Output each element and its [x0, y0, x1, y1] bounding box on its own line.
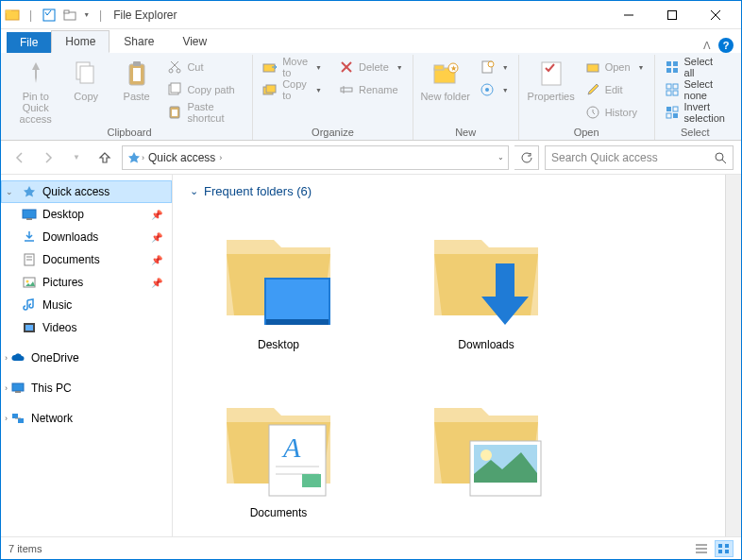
svg-rect-95	[725, 550, 729, 553]
sidebar-item-videos[interactable]: Videos	[1, 316, 172, 339]
search-input[interactable]: Search Quick access	[545, 145, 734, 170]
folder-tile-documents[interactable]: A Documents	[203, 380, 354, 519]
sidebar-item-downloads[interactable]: Downloads📌	[1, 226, 172, 248]
svg-rect-38	[587, 64, 599, 72]
easy-access-button[interactable]: ▼	[476, 79, 513, 100]
file-tab[interactable]: File	[7, 32, 51, 53]
svg-rect-19	[171, 83, 180, 93]
rename-button[interactable]: Rename	[335, 79, 407, 100]
svg-rect-43	[673, 68, 678, 73]
cut-button[interactable]: Cut	[163, 57, 246, 77]
copy-button[interactable]: Copy	[62, 55, 109, 102]
copy-path-button[interactable]: Copy path	[163, 79, 246, 100]
qat-dropdown-icon[interactable]: ▼	[83, 11, 90, 18]
svg-text:A: A	[281, 432, 301, 463]
new-folder-button[interactable]: ★ New folder	[419, 55, 472, 102]
svg-rect-45	[673, 84, 678, 89]
chevron-down-icon: ▼	[502, 64, 509, 71]
chevron-down-icon: ▼	[315, 87, 322, 93]
open-button[interactable]: Open▼	[582, 57, 649, 77]
icons-view-button[interactable]	[715, 540, 734, 557]
pin-icon: 📌	[151, 255, 162, 265]
minimize-button[interactable]	[607, 1, 650, 29]
sidebar-item-this-pc[interactable]: ›This PC	[1, 377, 172, 399]
svg-rect-62	[25, 325, 33, 331]
quick-access-toolbar: | ▼ |	[5, 8, 106, 23]
qat-newfolder-icon[interactable]	[62, 8, 77, 23]
address-bar[interactable]: › Quick access › ⌄	[122, 145, 509, 170]
folder-tile-pictures[interactable]	[411, 380, 562, 519]
maximize-button[interactable]	[650, 1, 694, 29]
select-none-button[interactable]: Select none	[661, 79, 730, 100]
search-icon[interactable]	[714, 151, 727, 164]
folders-grid: Desktop Downloads A Documents	[190, 212, 708, 536]
move-to-button[interactable]: Move to▼	[259, 57, 326, 77]
paste-shortcut-button[interactable]: Paste shortcut	[163, 102, 246, 123]
history-button[interactable]: History	[582, 102, 649, 123]
chevron-right-icon[interactable]: ›	[219, 153, 222, 162]
details-view-button[interactable]	[692, 540, 711, 557]
svg-rect-51	[673, 113, 678, 118]
chevron-down-icon[interactable]: ⌄	[6, 187, 13, 196]
sidebar-item-documents[interactable]: Documents📌	[1, 248, 172, 271]
main-view[interactable]: ⌄ Frequent folders (6) Desktop Downloads…	[173, 175, 725, 536]
pin-to-quick-access-button[interactable]: Pin to Quick access	[12, 55, 59, 125]
tab-share[interactable]: Share	[110, 30, 168, 53]
forward-button[interactable]	[37, 146, 59, 169]
qat-properties-icon[interactable]	[42, 8, 57, 23]
this-pc-icon	[10, 381, 25, 396]
sidebar-item-network[interactable]: ›Network	[1, 407, 172, 430]
recent-locations-button[interactable]: ▼	[65, 146, 88, 169]
sidebar-item-onedrive[interactable]: ›OneDrive	[1, 347, 172, 369]
close-button[interactable]	[694, 1, 737, 29]
svg-rect-21	[172, 110, 177, 116]
collapse-ribbon-icon[interactable]: ᐱ	[703, 40, 711, 52]
paste-button[interactable]: Paste	[113, 55, 160, 102]
chevron-right-icon[interactable]: ›	[5, 353, 8, 363]
new-item-button[interactable]: ▼	[476, 57, 513, 77]
onedrive-icon	[10, 350, 25, 365]
refresh-button[interactable]	[514, 145, 539, 170]
vertical-scrollbar[interactable]	[725, 175, 741, 536]
chevron-right-icon[interactable]: ›	[5, 414, 8, 423]
breadcrumb-quick-access[interactable]: Quick access	[144, 151, 219, 164]
address-dropdown-icon[interactable]: ⌄	[497, 153, 504, 161]
svg-rect-22	[263, 64, 275, 72]
sidebar-item-pictures[interactable]: Pictures📌	[1, 271, 172, 294]
delete-button[interactable]: Delete▼	[335, 57, 407, 77]
help-icon[interactable]: ?	[718, 38, 734, 53]
tab-home[interactable]: Home	[51, 30, 110, 53]
sidebar-item-quick-access[interactable]: ⌄ Quick access	[1, 180, 172, 203]
svg-rect-10	[80, 66, 93, 83]
svg-point-15	[177, 69, 180, 73]
folder-tile-downloads[interactable]: Downloads	[411, 212, 562, 351]
section-title: Frequent folders (6)	[204, 184, 312, 198]
edit-button[interactable]: Edit	[582, 79, 649, 100]
folder-tile-desktop[interactable]: Desktop	[203, 212, 354, 351]
svg-rect-46	[666, 91, 671, 95]
svg-rect-69	[266, 280, 329, 319]
svg-rect-12	[133, 68, 141, 81]
svg-point-52	[716, 153, 723, 161]
chevron-right-icon[interactable]: ›	[5, 383, 8, 393]
group-new: ★ New folder ▼ ▼ New	[413, 55, 519, 140]
sidebar-item-desktop[interactable]: Desktop📌	[1, 203, 172, 226]
chevron-down-icon[interactable]: ⌄	[190, 185, 198, 197]
properties-button[interactable]: Properties	[525, 55, 578, 102]
back-button[interactable]	[8, 146, 31, 169]
select-all-button[interactable]: Select all	[661, 57, 730, 77]
svg-rect-1	[6, 10, 11, 13]
separator: |	[99, 8, 102, 22]
copy-to-button[interactable]: Copy to▼	[259, 79, 326, 100]
svg-rect-47	[673, 91, 678, 95]
app-icon	[5, 8, 20, 23]
svg-rect-42	[666, 68, 671, 73]
svg-rect-94	[718, 550, 722, 553]
section-header[interactable]: ⌄ Frequent folders (6)	[190, 184, 708, 198]
pin-icon: 📌	[151, 278, 162, 288]
folder-pictures-icon	[425, 380, 548, 502]
invert-selection-button[interactable]: Invert selection	[661, 102, 730, 123]
tab-view[interactable]: View	[168, 30, 221, 53]
up-button[interactable]	[93, 146, 116, 169]
sidebar-item-music[interactable]: Music	[1, 294, 172, 316]
